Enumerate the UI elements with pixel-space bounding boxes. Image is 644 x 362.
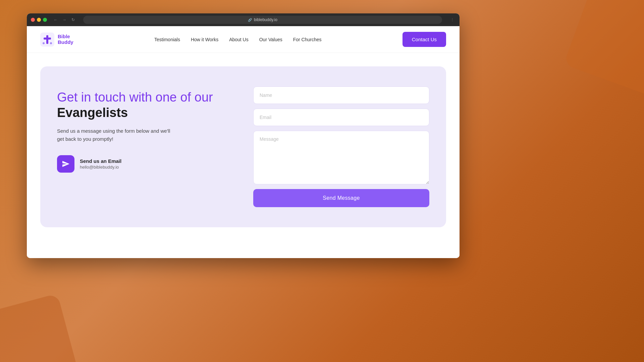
page-content: Bible Buddy Testimonials How it Works Ab… bbox=[27, 26, 460, 258]
contact-heading-part1: Get in touch with one of our bbox=[57, 90, 213, 104]
message-input[interactable] bbox=[253, 131, 429, 184]
contact-left-panel: Get in touch with one of our Evangelists… bbox=[57, 86, 233, 173]
logo-bible: Bible bbox=[58, 34, 73, 40]
svg-rect-2 bbox=[44, 38, 51, 40]
nav-how-it-works[interactable]: How it Works bbox=[191, 37, 218, 42]
email-icon-wrapper bbox=[57, 155, 74, 173]
email-label: Send us an Email bbox=[80, 158, 121, 164]
email-info: Send us an Email hello@biblebuddy.io bbox=[80, 158, 121, 170]
contact-form: Send Message bbox=[253, 86, 429, 207]
send-icon bbox=[62, 160, 70, 168]
name-input[interactable] bbox=[253, 86, 429, 104]
nav-about-us[interactable]: About Us bbox=[229, 37, 249, 42]
main-nav: Testimonials How it Works About Us Our V… bbox=[154, 37, 322, 42]
svg-point-4 bbox=[50, 42, 52, 44]
contact-heading-bold: Evangelists bbox=[57, 106, 128, 120]
back-button[interactable]: ← bbox=[52, 16, 59, 23]
reload-button[interactable]: ↻ bbox=[70, 16, 76, 23]
forward-button[interactable]: → bbox=[61, 16, 68, 23]
svg-point-3 bbox=[43, 42, 45, 44]
nav-testimonials[interactable]: Testimonials bbox=[154, 37, 180, 42]
nav-for-churches[interactable]: For Churches bbox=[293, 37, 322, 42]
email-contact-box: Send us an Email hello@biblebuddy.io bbox=[57, 155, 233, 173]
contact-description: Send us a message using the form below a… bbox=[57, 127, 178, 143]
browser-menu-button[interactable]: ⋮ bbox=[449, 16, 455, 23]
url-text: biblebuddy.io bbox=[254, 17, 277, 22]
address-bar[interactable]: 🔗 biblebuddy.io bbox=[83, 16, 442, 24]
bg-decoration-2 bbox=[0, 293, 79, 362]
browser-titlebar: ← → ↻ 🔗 biblebuddy.io ⋮ bbox=[27, 13, 460, 26]
browser-window-controls bbox=[31, 18, 47, 22]
main-content: Get in touch with one of our Evangelists… bbox=[27, 53, 460, 241]
browser-window: ← → ↻ 🔗 biblebuddy.io ⋮ bbox=[27, 13, 460, 258]
browser-navigation: ← → ↻ bbox=[52, 16, 76, 23]
logo-text: Bible Buddy bbox=[58, 34, 73, 45]
contact-heading: Get in touch with one of our Evangelists bbox=[57, 90, 233, 120]
lock-icon: 🔗 bbox=[248, 18, 252, 22]
logo-buddy: Buddy bbox=[58, 40, 73, 45]
send-message-button[interactable]: Send Message bbox=[253, 189, 429, 207]
close-window-button[interactable] bbox=[31, 18, 35, 22]
minimize-window-button[interactable] bbox=[37, 18, 41, 22]
header-contact-button[interactable]: Contact Us bbox=[402, 32, 446, 47]
nav-our-values[interactable]: Our Values bbox=[259, 37, 282, 42]
email-input[interactable] bbox=[253, 109, 429, 126]
logo-icon bbox=[40, 33, 54, 47]
logo[interactable]: Bible Buddy bbox=[40, 33, 73, 47]
maximize-window-button[interactable] bbox=[43, 18, 47, 22]
contact-card: Get in touch with one of our Evangelists… bbox=[40, 66, 446, 227]
site-header: Bible Buddy Testimonials How it Works Ab… bbox=[27, 26, 460, 53]
email-address: hello@biblebuddy.io bbox=[80, 165, 121, 170]
bg-decoration-1 bbox=[564, 0, 644, 99]
